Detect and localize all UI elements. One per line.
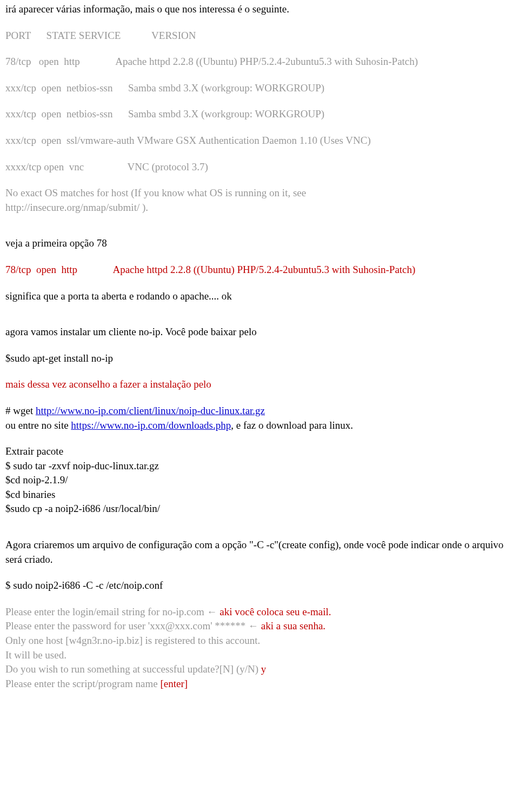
os-note-2: http://insecure.org/nmap/submit/ ). — [5, 201, 514, 215]
prompt-2: Please enter the password for user 'xxx@… — [5, 619, 514, 634]
prompt-6-red: [enter] — [160, 678, 188, 689]
table-row-1: 78/tcp open http Apache httpd 2.2.8 ((Ub… — [5, 55, 514, 69]
sudo-apt: $sudo apt-get install no-ip — [5, 351, 514, 366]
prompt-1: Please enter the login/email string for … — [5, 605, 514, 620]
prompt-5: Do you wish to run something at successf… — [5, 662, 514, 677]
table-row-2: xxx/tcp open netbios-ssn Samba smbd 3.X … — [5, 81, 514, 96]
red-advice: mais dessa vez aconselho a fazer a insta… — [5, 377, 514, 392]
wget-line: # wget http://www.no-ip.com/client/linux… — [5, 404, 514, 418]
agora-install: agora vamos instalar um cliente no-ip. V… — [5, 325, 514, 340]
veja-line: veja a primeira opção 78 — [5, 236, 514, 251]
intro-text: irá aparecer várias informação, mais o q… — [5, 2, 514, 17]
ou-entre-link[interactable]: https://www.no-ip.com/downloads.php — [71, 420, 231, 431]
table-row-4: xxx/tcp open ssl/vmware-auth VMware GSX … — [5, 134, 514, 148]
prompt-5-gray: Do you wish to run something at successf… — [5, 663, 261, 675]
prompt-2-gray: Please enter the password for user 'xxx@… — [5, 620, 261, 631]
sudo-noip: $ sudo noip2-i686 -C -c /etc/noip.conf — [5, 578, 514, 593]
table-row-3: xxx/tcp open netbios-ssn Samba smbd 3.X … — [5, 107, 514, 122]
extrair-2: $ sudo tar -zxvf noip-duc-linux.tar.gz — [5, 459, 514, 474]
prompt-6-gray: Please enter the script/program name — [5, 678, 160, 689]
prompt-1-gray: Please enter the login/email string for … — [5, 606, 219, 617]
prompt-5-red: y — [261, 663, 267, 675]
extrair-1: Extrair pacote — [5, 444, 514, 459]
os-note-1: No exact OS matches for host (If you kno… — [5, 186, 514, 201]
prompt-6: Please enter the script/program name [en… — [5, 677, 514, 691]
ou-entre-line: ou entre no site https://www.no-ip.com/d… — [5, 418, 514, 433]
prompt-1-red: aki você coloca seu e-mail. — [219, 606, 331, 617]
red-table-line: 78/tcp open http Apache httpd 2.2.8 ((Ub… — [5, 263, 514, 277]
table-header: PORT STATE SERVICE VERSION — [5, 29, 514, 43]
prompt-2-red: aki a sua senha. — [261, 620, 325, 631]
wget-prefix: # wget — [5, 405, 36, 416]
agora-criaremos: Agora criaremos um arquivo de configuraç… — [5, 538, 514, 567]
prompt-4: It will be used. — [5, 648, 514, 663]
extrair-4: $cd binaries — [5, 488, 514, 502]
significa-line: significa que a porta ta aberta e rodand… — [5, 289, 514, 304]
table-row-5: xxxx/tcp open vnc VNC (protocol 3.7) — [5, 160, 514, 175]
ou-entre-suffix: , e faz o download para linux. — [231, 420, 353, 431]
prompt-3: Only one host [w4gn3r.no-ip.biz] is regi… — [5, 634, 514, 648]
extrair-3: $cd noip-2.1.9/ — [5, 473, 514, 488]
extrair-5: $sudo cp -a noip2-i686 /usr/local/bin/ — [5, 502, 514, 516]
wget-link[interactable]: http://www.no-ip.com/client/linux/noip-d… — [36, 405, 265, 416]
ou-entre-prefix: ou entre no site — [5, 420, 71, 431]
